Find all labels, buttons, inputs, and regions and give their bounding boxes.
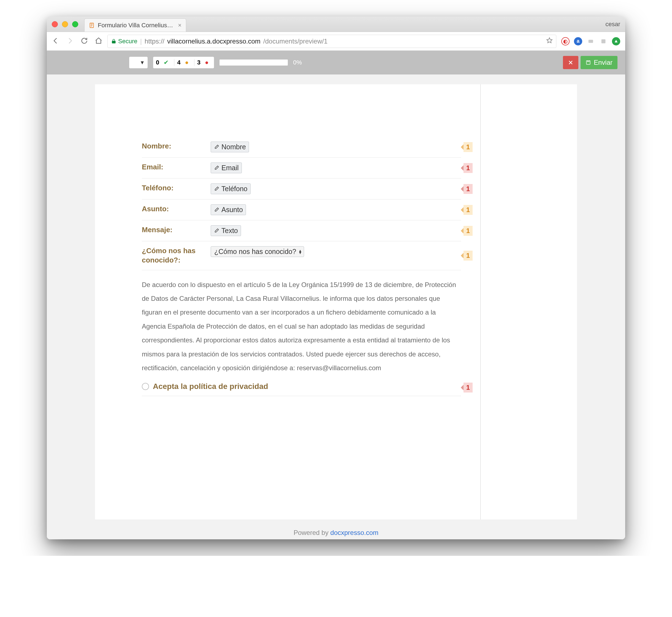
browser-window: Formulario Villa Cornelius - Ge × cesar … — [47, 17, 625, 539]
form-row: Nombre:Nombre1 — [142, 137, 461, 158]
marker-count: 1 — [463, 163, 473, 173]
marker-count: 1 — [463, 142, 473, 152]
field-label: ¿Cómo nos has conocido?: — [142, 246, 200, 265]
site-favicon-icon — [89, 22, 95, 29]
validation-marker: 1 — [461, 142, 473, 152]
field-input[interactable]: Email — [211, 163, 242, 173]
error-icon: ● — [202, 59, 211, 66]
legal-text: De acuerdo con lo dispuesto en el artícu… — [142, 270, 461, 380]
validation-marker: 1 — [461, 251, 473, 260]
send-label: Enviar — [594, 59, 613, 66]
profile-name[interactable]: cesar — [605, 17, 620, 32]
footer: Powered by docxpresso.com — [47, 520, 625, 539]
select-arrows-icon: ▴▾ — [299, 249, 301, 254]
validation-marker: 1 — [461, 163, 473, 173]
accept-row: Acepta la política de privacidad 1 — [142, 379, 461, 396]
field-input[interactable]: Nombre — [211, 142, 249, 152]
extension-icon[interactable] — [599, 37, 608, 45]
browser-toolbar: Secure | https://villacornelius.a.docxpr… — [47, 32, 625, 51]
extension-icon[interactable]: ◐ — [561, 37, 570, 45]
document-canvas: Nombre:Nombre1Email:Email1Teléfono:Teléf… — [47, 74, 625, 539]
field-placeholder: Teléfono — [221, 185, 248, 193]
bookmark-star-icon[interactable] — [546, 37, 553, 45]
marker-count: 1 — [463, 383, 473, 393]
form-row: Email:Email1 — [142, 158, 461, 179]
send-button[interactable]: Enviar — [581, 56, 618, 69]
footer-prefix: Powered by — [293, 529, 330, 536]
progress-bar — [219, 59, 288, 66]
accept-label: Acepta la política de privacidad — [153, 382, 268, 391]
mac-titlebar: Formulario Villa Cornelius - Ge × cesar — [47, 17, 625, 32]
warning-icon: ● — [182, 59, 191, 66]
validation-stats: 0✔ 4● 3● — [153, 56, 214, 68]
back-button[interactable] — [52, 37, 59, 46]
field-input[interactable]: Asunto — [211, 204, 246, 215]
marker-count: 1 — [463, 251, 473, 260]
extension-icon[interactable]: a — [574, 37, 582, 45]
url-domain: villacornelius.a.docxpresso.com — [167, 37, 260, 45]
secure-label: Secure — [118, 38, 138, 45]
field-placeholder: Email — [221, 164, 239, 172]
window-zoom-button[interactable] — [72, 21, 78, 27]
field-input[interactable]: Texto — [211, 225, 241, 236]
secure-indicator: Secure — [111, 38, 138, 45]
cancel-button[interactable] — [563, 56, 578, 69]
marker-count: 1 — [463, 226, 473, 236]
field-label: Nombre: — [142, 142, 200, 151]
document-page: Nombre:Nombre1Email:Email1Teléfono:Teléf… — [95, 84, 577, 520]
app-toolbar: ▾ 0✔ 4● 3● 0% Enviar — [47, 51, 625, 74]
tab-close-button[interactable]: × — [178, 22, 182, 29]
form-row: ¿Cómo nos has conocido?:¿Cómo nos has co… — [142, 241, 461, 270]
download-button[interactable]: ▾ — [129, 56, 148, 68]
stat-err-count: 3 — [197, 59, 201, 66]
url-path: /documents/preview/1 — [263, 37, 327, 45]
field-input[interactable]: Teléfono — [211, 183, 251, 194]
field-placeholder: Texto — [221, 227, 238, 235]
reload-button[interactable] — [80, 37, 88, 46]
window-minimize-button[interactable] — [62, 21, 68, 27]
select-value: ¿Cómo nos has conocido? — [214, 248, 296, 255]
progress-percent: 0% — [293, 59, 302, 66]
form-row: Asunto:Asunto1 — [142, 199, 461, 220]
extension-icon[interactable] — [587, 37, 595, 45]
window-close-button[interactable] — [52, 21, 58, 27]
svg-rect-1 — [589, 40, 593, 43]
validation-marker: 1 — [461, 184, 473, 194]
field-label: Mensaje: — [142, 225, 200, 235]
address-bar[interactable]: Secure | https://villacornelius.a.docxpr… — [107, 35, 556, 48]
check-icon: ✔ — [161, 59, 171, 66]
extension-icon[interactable] — [612, 37, 620, 45]
caret-down-icon: ▾ — [141, 59, 144, 66]
footer-link[interactable]: docxpresso.com — [330, 529, 379, 536]
field-label: Teléfono: — [142, 183, 200, 193]
page-content: Nombre:Nombre1Email:Email1Teléfono:Teléf… — [95, 84, 481, 520]
home-button[interactable] — [95, 37, 102, 46]
field-placeholder: Asunto — [221, 206, 243, 214]
select-input[interactable]: ¿Cómo nos has conocido?▴▾ — [211, 246, 304, 257]
field-label: Asunto: — [142, 204, 200, 214]
marker-count: 1 — [463, 205, 473, 215]
validation-marker: 1 — [461, 226, 473, 236]
svg-rect-2 — [602, 39, 606, 43]
url-scheme: https:// — [145, 37, 165, 45]
window-controls — [52, 21, 78, 27]
svg-rect-3 — [586, 61, 590, 64]
stat-warn-count: 4 — [177, 59, 180, 66]
form-row: Teléfono:Teléfono1 — [142, 179, 461, 199]
tab-title: Formulario Villa Cornelius - Ge — [98, 22, 174, 29]
browser-tab[interactable]: Formulario Villa Cornelius - Ge × — [84, 18, 186, 32]
forward-button[interactable] — [66, 37, 74, 46]
validation-marker: 1 — [461, 383, 473, 393]
field-placeholder: Nombre — [221, 143, 246, 151]
marker-count: 1 — [463, 184, 473, 194]
form-row: Mensaje:Texto1 — [142, 220, 461, 241]
stat-ok-count: 0 — [156, 59, 159, 66]
accept-radio[interactable] — [142, 383, 149, 390]
extensions: ◐ a — [561, 37, 620, 45]
field-label: Email: — [142, 163, 200, 172]
nav-buttons — [52, 37, 102, 46]
validation-marker: 1 — [461, 205, 473, 215]
page-margin — [481, 84, 577, 520]
